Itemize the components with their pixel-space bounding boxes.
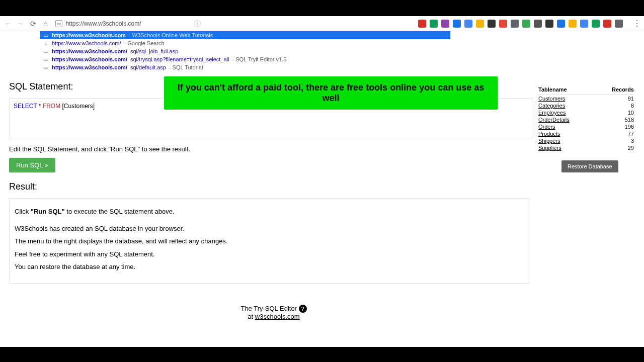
record-count: 3	[631, 138, 634, 144]
extension-icon[interactable]	[499, 20, 507, 28]
help-icon[interactable]: ?	[299, 305, 307, 313]
main-column: SQL Statement: SELECT * FROM [Customers]…	[0, 31, 538, 320]
footer-text: The Try-SQL Editor	[240, 305, 298, 312]
footer-text: at	[248, 313, 255, 320]
result-text: Click	[15, 208, 31, 215]
table-row: Shippers3	[538, 137, 634, 144]
extension-icon[interactable]	[534, 20, 542, 28]
result-text: You can restore the database at any time…	[15, 262, 524, 272]
extension-icon[interactable]	[569, 20, 577, 28]
suggestion-desc: - SQL Tryit Editor v1.5	[232, 56, 287, 62]
edit-hint: Edit the SQL Statement, and click "Run S…	[9, 145, 538, 153]
suggestion-url: https://www.w3schools.com/	[52, 48, 127, 54]
table-link[interactable]: Customers	[538, 96, 565, 102]
result-panel: Click "Run SQL" to execute the SQL state…	[9, 198, 529, 284]
table-link[interactable]: Suppliers	[538, 145, 561, 151]
extension-icon[interactable]	[511, 20, 519, 28]
sql-keyword: FROM	[43, 103, 60, 110]
record-count: 77	[628, 131, 634, 137]
letterbox-top	[0, 0, 644, 16]
search-icon: ⌕	[43, 40, 49, 46]
table-row: Employees10	[538, 109, 634, 116]
extensions-area	[418, 20, 627, 28]
table-link[interactable]: Employees	[538, 110, 566, 116]
col-header: Records	[612, 86, 634, 93]
suggestion-url: https://www.w3schools.com	[52, 32, 126, 38]
record-count: 518	[625, 117, 634, 123]
page-icon: ▭	[43, 64, 49, 71]
table-row: Customers91	[538, 95, 634, 102]
table-link[interactable]: OrderDetails	[538, 117, 570, 123]
result-text: The menu to the right displays the datab…	[15, 236, 524, 246]
record-count: 8	[631, 103, 634, 109]
table-row: Orders196	[538, 123, 634, 130]
suggestion-url: https://www.w3schools.com/	[52, 56, 127, 62]
suggestion-item[interactable]: ▭https://www.w3schools.com - W3Schools O…	[40, 31, 450, 39]
extension-icon[interactable]	[615, 20, 623, 28]
footer-link[interactable]: w3schools.com	[255, 313, 300, 320]
cursor-indicator: I	[194, 20, 201, 27]
page-info-icon[interactable]: ▭	[55, 20, 62, 27]
url-text[interactable]: https://www.w3schools.com/	[65, 20, 191, 27]
table-link[interactable]: Categories	[538, 103, 565, 109]
table-row: OrderDetails518	[538, 116, 634, 123]
home-button[interactable]: ⌂	[41, 20, 49, 28]
extension-icon[interactable]	[580, 20, 588, 28]
table-link[interactable]: Orders	[538, 124, 555, 130]
reload-button[interactable]: ⟳	[28, 20, 38, 28]
sql-keyword: SELECT	[14, 103, 37, 110]
page-icon: ▭	[43, 56, 49, 63]
suggestion-path: sql/trysql.asp?filename=trysql_select_al…	[130, 56, 229, 62]
url-suggestions-dropdown: ▭https://www.w3schools.com - W3Schools O…	[40, 31, 450, 71]
page-icon: ▭	[43, 32, 49, 39]
run-sql-button[interactable]: Run SQL »	[9, 158, 55, 172]
extension-icon[interactable]	[430, 20, 438, 28]
extension-icon[interactable]	[464, 20, 472, 28]
suggestion-item[interactable]: ▭https://www.w3schools.com/sql/trysql.as…	[40, 55, 450, 63]
address-bar[interactable]: ▭ https://www.w3schools.com/ I	[52, 18, 415, 30]
suggestion-desc: - W3Schools Online Web Tutorials	[129, 32, 213, 38]
table-row: Products77	[538, 130, 634, 137]
result-heading: Result:	[9, 182, 538, 192]
video-caption-overlay: If you can't afford a paid tool, there a…	[164, 76, 498, 110]
suggestion-path: sql/sql_join_full.asp	[130, 48, 178, 54]
extension-icon[interactable]	[418, 20, 426, 28]
extension-icon[interactable]	[488, 20, 496, 28]
restore-database-button[interactable]: Restore Database	[561, 160, 618, 172]
table-link[interactable]: Shippers	[538, 138, 560, 144]
footer: The Try-SQL Editor ? at w3schools.com	[9, 305, 538, 320]
suggestion-url: https://www.w3schools.com/	[52, 64, 127, 70]
extension-icon[interactable]	[476, 20, 484, 28]
suggestion-url: https://www.w3schools.com/	[52, 40, 121, 46]
extension-icon[interactable]	[522, 20, 530, 28]
suggestion-item[interactable]: ⌕https://www.w3schools.com/ - Google Sea…	[40, 39, 450, 47]
record-count: 91	[628, 96, 634, 102]
forward-button[interactable]: →	[16, 19, 25, 28]
sql-text: [Customers]	[60, 103, 95, 110]
sql-text: *	[37, 103, 42, 110]
extension-icon[interactable]	[603, 20, 611, 28]
suggestion-path: sql/default.asp	[130, 64, 166, 70]
db-sidebar: Tablename Records Customers91Categories8…	[538, 31, 644, 320]
result-text: Feel free to experiment with any SQL sta…	[15, 249, 524, 259]
suggestion-item[interactable]: ▭https://www.w3schools.com/sql/default.a…	[40, 63, 450, 71]
table-row: Suppliers29	[538, 144, 634, 151]
extension-icon[interactable]	[545, 20, 553, 28]
extension-icon[interactable]	[557, 20, 565, 28]
record-count: 196	[625, 124, 634, 130]
extension-icon[interactable]	[453, 20, 461, 28]
suggestion-desc: - Google Search	[124, 40, 165, 46]
page-icon: ▭	[43, 48, 49, 55]
letterbox-bottom	[0, 347, 644, 362]
suggestion-desc: - SQL Tutorial	[169, 64, 203, 70]
extension-icon[interactable]	[441, 20, 449, 28]
menu-button[interactable]: ⋮	[630, 19, 641, 28]
suggestion-item[interactable]: ▭https://www.w3schools.com/sql/sql_join_…	[40, 47, 450, 55]
extension-icon[interactable]	[592, 20, 600, 28]
result-text: W3Schools has created an SQL database in…	[15, 224, 524, 234]
table-link[interactable]: Products	[538, 131, 560, 137]
result-text: to execute the SQL statement above.	[65, 208, 175, 215]
back-button[interactable]: ←	[3, 19, 13, 28]
record-count: 10	[628, 110, 634, 116]
record-count: 29	[628, 145, 634, 151]
